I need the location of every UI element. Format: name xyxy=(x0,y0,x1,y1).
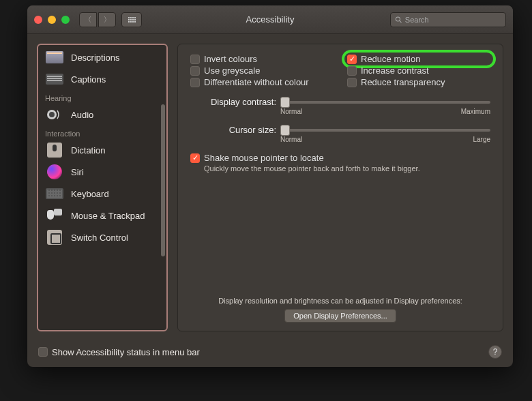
sidebar-section-hearing: Hearing xyxy=(40,90,165,104)
checkbox-icon xyxy=(347,78,357,87)
back-button[interactable]: 〈 xyxy=(79,12,97,27)
sidebar-item-label: Mouse & Trackpad xyxy=(71,211,145,221)
switch-control-icon xyxy=(47,230,62,245)
chevron-left-icon: 〈 xyxy=(85,15,91,25)
checkbox-differentiate-without-colour[interactable]: Differentiate without colour xyxy=(190,77,347,87)
slider-knob[interactable] xyxy=(280,97,290,108)
svg-line-1 xyxy=(400,20,402,23)
checkbox-icon xyxy=(190,153,200,163)
grid-icon xyxy=(128,17,136,23)
scrollbar-thumb[interactable] xyxy=(161,104,165,256)
siri-icon xyxy=(47,164,62,179)
checkbox-grid: Invert colours Reduce motion Use greysca… xyxy=(190,54,490,87)
checkbox-reduce-transparency[interactable]: Reduce transparency xyxy=(347,77,490,87)
checkbox-label: Increase contrast xyxy=(361,65,429,76)
slider-knob[interactable] xyxy=(280,125,290,136)
slider-display-contrast: Display contrast: Normal Maximum xyxy=(190,97,490,115)
display-prefs-footer: Display resolution and brightness can be… xyxy=(190,297,490,323)
sidebar-item-label: Audio xyxy=(71,110,93,120)
sidebar-item-label: Siri xyxy=(71,167,84,177)
captions-icon xyxy=(46,74,63,85)
checkbox-label: Show Accessibility status in menu bar xyxy=(52,347,200,357)
chevron-right-icon: 〉 xyxy=(104,15,110,25)
sidebar-item-label: Switch Control xyxy=(71,233,128,243)
sidebar-section-interaction: Interaction xyxy=(40,125,165,139)
checkbox-label: Reduce transparency xyxy=(361,77,445,87)
checkbox-use-greyscale[interactable]: Use greyscale xyxy=(190,65,347,76)
content: Descriptions Captions Hearing Audio Inte… xyxy=(27,34,513,341)
search-field[interactable] xyxy=(390,12,506,27)
slider-track[interactable] xyxy=(280,101,490,104)
window-title: Accessibility xyxy=(246,14,295,25)
checkbox-label: Reduce motion xyxy=(361,54,420,64)
sidebar-item-captions[interactable]: Captions xyxy=(40,68,165,90)
sidebar-item-label: Keyboard xyxy=(71,189,109,199)
checkbox-show-status-menubar[interactable]: Show Accessibility status in menu bar xyxy=(38,347,200,357)
slider-label: Cursor size: xyxy=(190,125,276,135)
show-all-button[interactable] xyxy=(121,12,142,27)
checkbox-label: Use greyscale xyxy=(204,65,260,76)
svg-point-3 xyxy=(49,112,55,117)
slider-track[interactable] xyxy=(280,129,490,132)
checkbox-icon xyxy=(38,347,48,357)
search-input[interactable] xyxy=(405,16,501,24)
sidebar-item-descriptions[interactable]: Descriptions xyxy=(40,46,165,68)
checkbox-icon xyxy=(347,66,357,76)
window-controls xyxy=(34,16,70,24)
help-button[interactable]: ? xyxy=(488,345,502,359)
close-button[interactable] xyxy=(34,16,42,24)
slider-max-label: Maximum xyxy=(461,108,490,115)
slider-cursor-size: Cursor size: Normal Large xyxy=(190,125,490,143)
checkbox-invert-colours[interactable]: Invert colours xyxy=(190,54,347,64)
accessibility-preferences-window: 〈 〉 Accessibility Descriptions xyxy=(27,5,513,367)
titlebar: 〈 〉 Accessibility xyxy=(27,5,513,34)
slider-min-label: Normal xyxy=(280,108,302,115)
checkbox-shake-pointer[interactable]: Shake mouse pointer to locate xyxy=(190,153,490,163)
sidebar-item-mouse-trackpad[interactable]: Mouse & Trackpad xyxy=(40,205,165,226)
sidebar-item-label: Dictation xyxy=(71,145,106,155)
checkbox-label: Shake mouse pointer to locate xyxy=(204,153,324,163)
audio-icon xyxy=(45,106,64,123)
forward-button[interactable]: 〉 xyxy=(98,12,116,27)
sidebar-item-keyboard[interactable]: Keyboard xyxy=(40,183,165,205)
sidebar-item-siri[interactable]: Siri xyxy=(40,161,165,183)
checkbox-icon xyxy=(190,78,200,87)
shake-pointer-hint: Quickly move the mouse pointer back and … xyxy=(204,164,490,173)
main-panel: Invert colours Reduce motion Use greysca… xyxy=(177,44,503,331)
keyboard-icon xyxy=(46,188,63,199)
checkbox-label: Invert colours xyxy=(204,54,257,64)
bottom-row: Show Accessibility status in menu bar ? xyxy=(27,341,513,367)
slider-max-label: Large xyxy=(473,136,490,143)
zoom-button[interactable] xyxy=(61,16,70,24)
slider-min-label: Normal xyxy=(280,136,302,143)
nav-buttons: 〈 〉 xyxy=(79,12,116,27)
sidebar-item-audio[interactable]: Audio xyxy=(40,104,165,125)
descriptions-icon xyxy=(46,51,63,63)
minimize-button[interactable] xyxy=(48,16,56,24)
sidebar-item-dictation[interactable]: Dictation xyxy=(40,139,165,161)
sidebar-item-switch-control[interactable]: Switch Control xyxy=(40,226,165,248)
checkbox-reduce-motion[interactable]: Reduce motion xyxy=(347,54,490,64)
sidebar-item-label: Captions xyxy=(71,74,106,85)
checkbox-label: Differentiate without colour xyxy=(204,77,309,87)
search-icon xyxy=(395,16,402,24)
checkbox-increase-contrast[interactable]: Increase contrast xyxy=(347,65,490,76)
sidebar-scrollbar[interactable] xyxy=(161,49,165,326)
sidebar-item-label: Descriptions xyxy=(71,53,120,63)
checkbox-icon xyxy=(190,55,200,64)
shake-pointer-section: Shake mouse pointer to locate Quickly mo… xyxy=(190,153,490,173)
checkbox-icon xyxy=(347,55,357,64)
svg-point-0 xyxy=(396,16,400,20)
dictation-icon xyxy=(47,143,62,158)
footer-text: Display resolution and brightness can be… xyxy=(190,297,490,305)
slider-label: Display contrast: xyxy=(190,97,276,107)
checkbox-icon xyxy=(190,66,200,76)
sidebar: Descriptions Captions Hearing Audio Inte… xyxy=(37,44,168,331)
mouse-trackpad-icon xyxy=(47,209,62,222)
question-icon: ? xyxy=(493,347,498,357)
open-display-preferences-button[interactable]: Open Display Preferences... xyxy=(284,309,396,323)
